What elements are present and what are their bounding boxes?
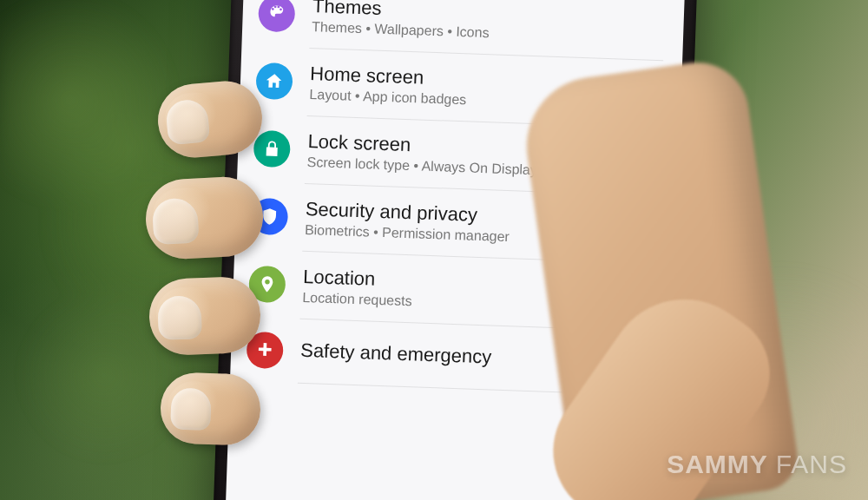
phone-screen: Themes Themes • Wallpapers • Icons Home … [225,0,687,500]
watermark-suffix: FANS [776,450,847,478]
medical-icon [246,332,283,369]
settings-item-title: Safety and emergency [300,339,654,374]
photo-scene: Themes Themes • Wallpapers • Icons Home … [0,0,868,500]
settings-item-text: Lock screen Screen lock type • Always On… [306,130,660,182]
settings-item-text: Location Location requests [302,266,655,318]
home-icon [255,62,293,100]
watermark-logo: SAMMY FANS [667,450,847,479]
settings-item-text: Themes Themes • Wallpapers • Icons [312,0,665,47]
shield-icon [251,198,288,235]
watermark-brand: SAMMY [667,450,767,478]
lock-icon [253,130,291,168]
settings-item-text: Safety and emergency [300,339,654,376]
brush-icon [258,0,295,32]
phone-device: Themes Themes • Wallpapers • Icons Home … [220,0,693,500]
pin-icon [248,266,286,303]
settings-item-text: Home screen Layout • App icon badges [309,62,662,115]
settings-list: Themes Themes • Wallpapers • Icons Home … [230,0,687,397]
settings-item-text: Security and privacy Biometrics • Permis… [305,198,658,250]
